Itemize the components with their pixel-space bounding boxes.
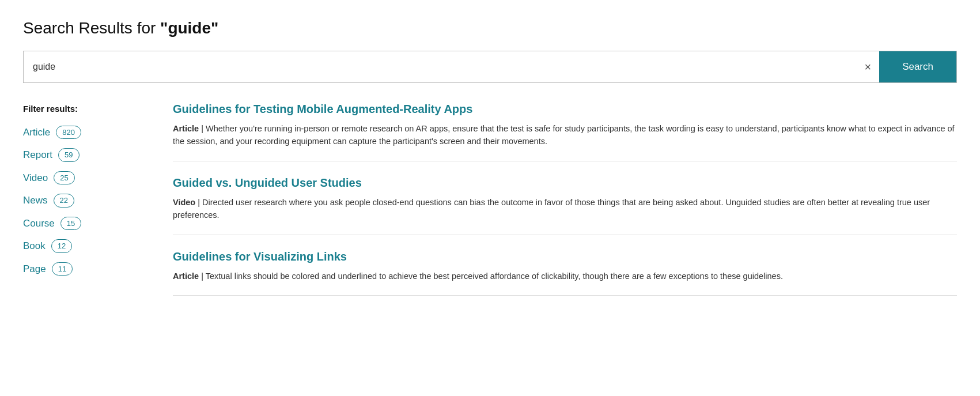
search-input[interactable] [24, 51, 856, 82]
result-title-rest: lines for Testing Mobile Augmented-Reali… [206, 103, 473, 115]
filter-badge: 59 [58, 148, 79, 162]
filter-badge: 11 [52, 262, 73, 276]
filter-item-label: Book [23, 239, 46, 254]
filter-item[interactable]: Report 59 [23, 148, 150, 163]
filter-badge: 12 [51, 239, 72, 253]
filter-item-label: Page [23, 262, 46, 277]
main-content: Filter results: Article 820 Report 59 Vi… [23, 100, 957, 308]
result-title-highlight: Guide [173, 103, 206, 115]
filter-badge: 25 [54, 171, 74, 185]
filter-item[interactable]: News 22 [23, 193, 150, 208]
filter-badge: 15 [60, 217, 81, 231]
results-area: Guidelines for Testing Mobile Augmented-… [173, 100, 957, 308]
search-button[interactable]: Search [879, 51, 956, 82]
title-query: "guide" [160, 19, 218, 37]
filter-item-label: Video [23, 171, 48, 186]
result-snippet: Video | Directed user research where you… [173, 196, 957, 222]
page-wrapper: Search Results for "guide" × Search Filt… [0, 0, 980, 331]
filter-items-container: Article 820 Report 59 Video 25 News 22 C… [23, 125, 150, 277]
filter-badge: 22 [54, 194, 74, 208]
filter-item[interactable]: Page 11 [23, 262, 150, 277]
clear-icon: × [864, 61, 871, 74]
result-item: Guidelines for Visualizing Links Article… [173, 248, 957, 296]
result-title-link[interactable]: Guidelines for Visualizing Links [173, 248, 957, 265]
result-item: Guided vs. Unguided User Studies Video |… [173, 174, 957, 235]
filter-item-label: Report [23, 148, 52, 163]
filter-item[interactable]: Article 820 [23, 125, 150, 140]
results-container: Guidelines for Testing Mobile Augmented-… [173, 100, 957, 296]
filter-label: Filter results: [23, 103, 150, 116]
result-title-rest: d vs. Unguided User Studies [206, 176, 362, 189]
page-title: Search Results for "guide" [23, 16, 957, 40]
sidebar: Filter results: Article 820 Report 59 Vi… [23, 100, 150, 308]
filter-item[interactable]: Course 15 [23, 216, 150, 231]
search-bar: × Search [23, 51, 957, 83]
result-title-highlight: Guide [173, 250, 206, 263]
result-snippet: Article | Whether you're running in-pers… [173, 122, 957, 148]
filter-badge: 820 [56, 126, 81, 139]
filter-item-label: Course [23, 216, 55, 231]
filter-item-label: News [23, 193, 48, 208]
filter-item-label: Article [23, 125, 50, 140]
result-title-link[interactable]: Guidelines for Testing Mobile Augmented-… [173, 100, 957, 118]
filter-item[interactable]: Book 12 [23, 239, 150, 254]
result-title-rest: lines for Visualizing Links [206, 250, 347, 263]
search-button-label: Search [902, 61, 933, 72]
result-snippet: Article | Textual links should be colore… [173, 270, 957, 282]
result-type: Video [173, 198, 195, 207]
result-item: Guidelines for Testing Mobile Augmented-… [173, 100, 957, 161]
result-type: Article [173, 271, 199, 281]
clear-button[interactable]: × [856, 51, 879, 82]
result-title-highlight: Guide [173, 176, 206, 189]
result-type: Article [173, 124, 199, 133]
result-title-link[interactable]: Guided vs. Unguided User Studies [173, 174, 957, 191]
filter-item[interactable]: Video 25 [23, 171, 150, 186]
title-prefix: Search Results for [23, 19, 160, 37]
